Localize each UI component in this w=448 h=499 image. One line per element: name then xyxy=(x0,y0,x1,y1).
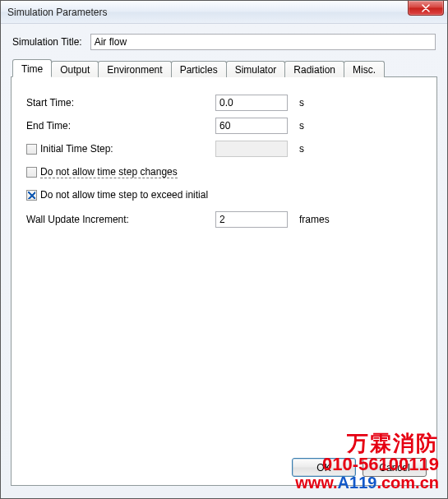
button-bar: OK Cancel xyxy=(292,458,427,477)
close-icon xyxy=(422,4,430,12)
no-exceed-checkbox[interactable] xyxy=(26,190,37,201)
initial-step-unit: s xyxy=(299,143,304,155)
end-time-label: End Time: xyxy=(26,120,215,132)
start-time-label: Start Time: xyxy=(26,97,215,109)
tabpanel-time: Start Time: s End Time: s Initial Time S… xyxy=(11,76,437,486)
tab-output[interactable]: Output xyxy=(51,61,99,77)
ok-button[interactable]: OK xyxy=(292,458,356,477)
initial-step-label-wrap: Initial Time Step: xyxy=(26,143,215,155)
initial-step-input xyxy=(215,141,288,157)
row-no-changes: Do not allow time step changes xyxy=(26,161,422,183)
no-exceed-label: Do not allow time step to exceed initial xyxy=(40,189,208,201)
row-no-exceed: Do not allow time step to exceed initial xyxy=(26,184,422,206)
no-changes-checkbox[interactable] xyxy=(26,167,37,178)
row-wall-increment: Wall Update Increment: frames xyxy=(26,209,422,230)
titlebar: Simulation Parameters xyxy=(1,1,447,24)
initial-step-checkbox[interactable] xyxy=(26,144,37,155)
tabstrip: Time Output Environment Particles Simula… xyxy=(11,58,437,76)
end-time-input[interactable] xyxy=(215,118,288,134)
tab-environment[interactable]: Environment xyxy=(98,61,171,77)
row-start-time: Start Time: s xyxy=(26,92,422,113)
start-time-unit: s xyxy=(299,97,304,109)
window-title: Simulation Parameters xyxy=(7,7,107,18)
wall-increment-input[interactable] xyxy=(215,211,288,228)
row-end-time: End Time: s xyxy=(26,115,422,136)
start-time-input[interactable] xyxy=(215,95,288,111)
initial-step-label: Initial Time Step: xyxy=(40,143,113,155)
no-changes-wrap: Do not allow time step changes xyxy=(26,166,178,178)
simulation-title-row: Simulation Title: xyxy=(12,34,436,50)
tab-radiation[interactable]: Radiation xyxy=(284,61,344,77)
simulation-title-label: Simulation Title: xyxy=(12,36,82,48)
no-changes-label: Do not allow time step changes xyxy=(40,166,178,178)
dialog-window: Simulation Parameters Simulation Title: … xyxy=(0,0,448,499)
simulation-title-input[interactable] xyxy=(90,34,436,50)
wall-increment-unit: frames xyxy=(299,214,330,225)
tab-time[interactable]: Time xyxy=(12,59,52,77)
no-exceed-wrap: Do not allow time step to exceed initial xyxy=(26,189,208,201)
cancel-button[interactable]: Cancel xyxy=(363,458,427,477)
dialog-content: Simulation Title: Time Output Environmen… xyxy=(1,24,447,498)
end-time-unit: s xyxy=(299,120,304,132)
row-initial-step: Initial Time Step: s xyxy=(26,138,422,159)
tab-container: Time Output Environment Particles Simula… xyxy=(11,58,437,486)
wall-increment-label: Wall Update Increment: xyxy=(26,214,215,225)
tab-simulator[interactable]: Simulator xyxy=(226,61,286,77)
tab-particles[interactable]: Particles xyxy=(171,61,227,77)
close-button[interactable] xyxy=(408,1,444,16)
tab-misc[interactable]: Misc. xyxy=(344,61,385,77)
